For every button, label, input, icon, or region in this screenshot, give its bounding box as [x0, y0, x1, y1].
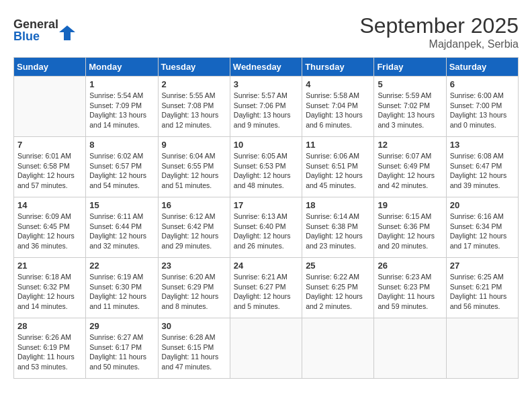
day-info: Sunrise: 6:27 AMSunset: 6:17 PMDaylight:… — [89, 332, 154, 372]
day-number: 20 — [450, 200, 515, 210]
day-number: 4 — [306, 79, 370, 89]
svg-marker-2 — [59, 26, 75, 40]
day-info: Sunrise: 5:59 AMSunset: 7:02 PMDaylight:… — [378, 91, 442, 130]
day-info: Sunrise: 6:26 AMSunset: 6:19 PMDaylight:… — [17, 332, 82, 372]
calendar-cell: 14Sunrise: 6:09 AMSunset: 6:45 PMDayligh… — [14, 197, 86, 258]
day-info: Sunrise: 6:04 AMSunset: 6:55 PMDaylight:… — [162, 151, 226, 191]
calendar-cell: 20Sunrise: 6:16 AMSunset: 6:34 PMDayligh… — [446, 197, 518, 258]
svg-text:General: General — [13, 17, 58, 31]
calendar-cell: 27Sunrise: 6:25 AMSunset: 6:21 PMDayligh… — [446, 258, 518, 318]
calendar-cell: 12Sunrise: 6:07 AMSunset: 6:49 PMDayligh… — [374, 137, 446, 197]
day-number: 24 — [234, 261, 298, 271]
day-number: 9 — [162, 140, 226, 150]
calendar-cell: 30Sunrise: 6:28 AMSunset: 6:15 PMDayligh… — [158, 318, 230, 379]
day-info: Sunrise: 5:55 AMSunset: 7:08 PMDaylight:… — [162, 91, 226, 130]
calendar-cell: 8Sunrise: 6:02 AMSunset: 6:57 PMDaylight… — [86, 137, 158, 197]
calendar-cell: 25Sunrise: 6:22 AMSunset: 6:25 PMDayligh… — [302, 258, 374, 318]
logo: General Blue — [13, 13, 81, 44]
calendar-header-saturday: Saturday — [446, 58, 518, 77]
calendar-header-monday: Monday — [86, 58, 158, 77]
calendar-table: SundayMondayTuesdayWednesdayThursdayFrid… — [13, 57, 519, 379]
calendar-title: September 2025 — [359, 13, 519, 38]
calendar-cell: 18Sunrise: 6:14 AMSunset: 6:38 PMDayligh… — [302, 197, 374, 258]
calendar-cell: 23Sunrise: 6:20 AMSunset: 6:29 PMDayligh… — [158, 258, 230, 318]
day-number: 21 — [17, 261, 82, 271]
calendar-cell: 3Sunrise: 5:57 AMSunset: 7:06 PMDaylight… — [230, 77, 302, 137]
calendar-cell: 29Sunrise: 6:27 AMSunset: 6:17 PMDayligh… — [86, 318, 158, 379]
day-number: 18 — [306, 200, 370, 210]
calendar-week-4: 21Sunrise: 6:18 AMSunset: 6:32 PMDayligh… — [14, 258, 519, 318]
logo-icon: General Blue — [13, 13, 81, 44]
calendar-header-thursday: Thursday — [302, 58, 374, 77]
calendar-header-row: SundayMondayTuesdayWednesdayThursdayFrid… — [14, 58, 519, 77]
calendar-header-friday: Friday — [374, 58, 446, 77]
calendar-cell: 16Sunrise: 6:12 AMSunset: 6:42 PMDayligh… — [158, 197, 230, 258]
calendar-header-wednesday: Wednesday — [230, 58, 302, 77]
day-info: Sunrise: 6:05 AMSunset: 6:53 PMDaylight:… — [234, 151, 298, 191]
calendar-cell: 19Sunrise: 6:15 AMSunset: 6:36 PMDayligh… — [374, 197, 446, 258]
calendar-cell: 26Sunrise: 6:23 AMSunset: 6:23 PMDayligh… — [374, 258, 446, 318]
day-number: 27 — [450, 261, 515, 271]
calendar-cell — [230, 318, 302, 379]
calendar-cell: 13Sunrise: 6:08 AMSunset: 6:47 PMDayligh… — [446, 137, 518, 197]
day-number: 8 — [89, 140, 154, 150]
calendar-cell: 15Sunrise: 6:11 AMSunset: 6:44 PMDayligh… — [86, 197, 158, 258]
day-info: Sunrise: 6:25 AMSunset: 6:21 PMDaylight:… — [450, 272, 515, 312]
day-number: 30 — [162, 321, 226, 331]
day-number: 11 — [306, 140, 370, 150]
day-number: 17 — [234, 200, 298, 210]
calendar-cell — [374, 318, 446, 379]
calendar-header-tuesday: Tuesday — [158, 58, 230, 77]
day-info: Sunrise: 6:21 AMSunset: 6:27 PMDaylight:… — [234, 272, 298, 312]
day-number: 25 — [306, 261, 370, 271]
day-number: 5 — [378, 79, 442, 89]
calendar-cell: 24Sunrise: 6:21 AMSunset: 6:27 PMDayligh… — [230, 258, 302, 318]
day-number: 26 — [378, 261, 442, 271]
day-info: Sunrise: 6:06 AMSunset: 6:51 PMDaylight:… — [306, 151, 370, 191]
calendar-cell — [302, 318, 374, 379]
day-number: 12 — [378, 140, 442, 150]
svg-text:Blue: Blue — [13, 30, 40, 43]
page-header: General Blue September 2025 Majdanpek, S… — [13, 13, 519, 50]
calendar-cell: 6Sunrise: 6:00 AMSunset: 7:00 PMDaylight… — [446, 77, 518, 137]
calendar-week-5: 28Sunrise: 6:26 AMSunset: 6:19 PMDayligh… — [14, 318, 519, 379]
day-number: 16 — [162, 200, 226, 210]
day-number: 22 — [89, 261, 154, 271]
day-info: Sunrise: 6:02 AMSunset: 6:57 PMDaylight:… — [89, 151, 154, 191]
calendar-cell: 22Sunrise: 6:19 AMSunset: 6:30 PMDayligh… — [86, 258, 158, 318]
day-info: Sunrise: 6:18 AMSunset: 6:32 PMDaylight:… — [17, 272, 82, 312]
calendar-cell: 2Sunrise: 5:55 AMSunset: 7:08 PMDaylight… — [158, 77, 230, 137]
day-info: Sunrise: 6:20 AMSunset: 6:29 PMDaylight:… — [162, 272, 226, 312]
day-info: Sunrise: 6:28 AMSunset: 6:15 PMDaylight:… — [162, 332, 226, 372]
calendar-title-block: September 2025 Majdanpek, Serbia — [359, 13, 519, 50]
day-info: Sunrise: 6:12 AMSunset: 6:42 PMDaylight:… — [162, 212, 226, 251]
day-info: Sunrise: 5:58 AMSunset: 7:04 PMDaylight:… — [306, 91, 370, 130]
day-number: 7 — [17, 140, 82, 150]
day-info: Sunrise: 6:08 AMSunset: 6:47 PMDaylight:… — [450, 151, 515, 191]
day-info: Sunrise: 6:09 AMSunset: 6:45 PMDaylight:… — [17, 212, 82, 251]
calendar-cell — [14, 77, 86, 137]
calendar-header-sunday: Sunday — [14, 58, 86, 77]
calendar-week-1: 1Sunrise: 5:54 AMSunset: 7:09 PMDaylight… — [14, 77, 519, 137]
day-number: 28 — [17, 321, 82, 331]
day-info: Sunrise: 6:19 AMSunset: 6:30 PMDaylight:… — [89, 272, 154, 312]
day-info: Sunrise: 6:07 AMSunset: 6:49 PMDaylight:… — [378, 151, 442, 191]
day-info: Sunrise: 5:57 AMSunset: 7:06 PMDaylight:… — [234, 91, 298, 130]
day-number: 13 — [450, 140, 515, 150]
calendar-cell: 28Sunrise: 6:26 AMSunset: 6:19 PMDayligh… — [14, 318, 86, 379]
day-info: Sunrise: 6:13 AMSunset: 6:40 PMDaylight:… — [234, 212, 298, 251]
calendar-cell: 5Sunrise: 5:59 AMSunset: 7:02 PMDaylight… — [374, 77, 446, 137]
calendar-week-3: 14Sunrise: 6:09 AMSunset: 6:45 PMDayligh… — [14, 197, 519, 258]
calendar-subtitle: Majdanpek, Serbia — [359, 38, 519, 50]
calendar-cell: 10Sunrise: 6:05 AMSunset: 6:53 PMDayligh… — [230, 137, 302, 197]
day-info: Sunrise: 6:11 AMSunset: 6:44 PMDaylight:… — [89, 212, 154, 251]
day-info: Sunrise: 6:16 AMSunset: 6:34 PMDaylight:… — [450, 212, 515, 251]
day-info: Sunrise: 6:14 AMSunset: 6:38 PMDaylight:… — [306, 212, 370, 251]
day-number: 19 — [378, 200, 442, 210]
calendar-cell — [446, 318, 518, 379]
day-number: 14 — [17, 200, 82, 210]
day-number: 10 — [234, 140, 298, 150]
day-info: Sunrise: 6:15 AMSunset: 6:36 PMDaylight:… — [378, 212, 442, 251]
calendar-cell: 11Sunrise: 6:06 AMSunset: 6:51 PMDayligh… — [302, 137, 374, 197]
calendar-cell: 17Sunrise: 6:13 AMSunset: 6:40 PMDayligh… — [230, 197, 302, 258]
